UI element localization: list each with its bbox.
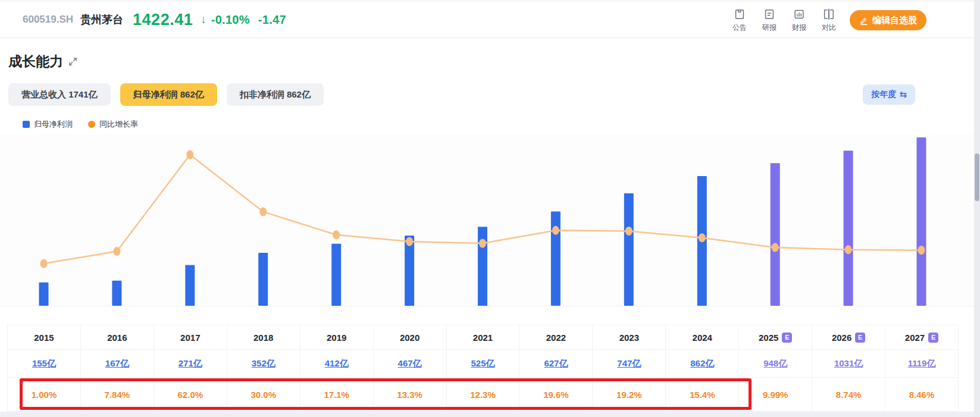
tab-metric-2[interactable]: 扣非净利润 862亿 xyxy=(227,83,324,106)
line-point-2021[interactable] xyxy=(479,239,486,248)
year-label: 2015 xyxy=(34,333,54,343)
profit-value-link[interactable]: 155亿 xyxy=(32,358,56,369)
line-point-2024[interactable] xyxy=(699,233,706,242)
year-label: 2018 xyxy=(253,333,273,343)
swap-arrows-icon: ⇆ xyxy=(899,89,907,100)
header-action-研报[interactable]: 研报 xyxy=(759,8,779,33)
profit-value-link[interactable]: 167亿 xyxy=(105,358,129,369)
bar-2017[interactable] xyxy=(185,265,195,306)
edit-watchlist-button[interactable]: 编辑自选股 xyxy=(850,10,926,30)
growth-cell-2017: 62.0% xyxy=(154,378,227,411)
value-cell-2016: 167亿 xyxy=(81,350,154,377)
expand-icon[interactable] xyxy=(68,57,77,66)
growth-percent: 19.2% xyxy=(616,390,642,400)
legend-square-swatch xyxy=(23,121,30,128)
growth-percent: 8.74% xyxy=(836,390,862,400)
growth-cell-2021: 12.3% xyxy=(447,378,520,411)
period-toggle-label: 按年度 xyxy=(871,89,896,100)
bar-2021[interactable] xyxy=(478,227,487,306)
profit-value-link[interactable]: 948亿 xyxy=(763,358,787,369)
scrollbar-thumb[interactable] xyxy=(975,153,979,201)
legend-label: 同比增长率 xyxy=(99,119,138,130)
edit-watchlist-label: 编辑自选股 xyxy=(872,15,917,26)
profit-value-link[interactable]: 862亿 xyxy=(690,358,714,369)
header-action-财报[interactable]: 财报 xyxy=(789,8,809,33)
line-point-2017[interactable] xyxy=(186,151,193,159)
bar-2027[interactable] xyxy=(917,137,926,306)
line-point-2026[interactable] xyxy=(845,245,852,254)
period-toggle-button[interactable]: 按年度 ⇆ xyxy=(863,84,915,105)
growth-cell-2018: 30.0% xyxy=(227,378,300,411)
stock-price: 1422.41 xyxy=(133,11,193,29)
header-action-公告[interactable]: 公告 xyxy=(729,8,750,33)
value-cell-2023: 747亿 xyxy=(593,350,666,377)
year-cell-2026: 2026E xyxy=(812,325,885,349)
growth-table: 2015201620172018201920202021202220232024… xyxy=(7,325,959,412)
header-action-label: 对比 xyxy=(822,23,836,33)
year-cell-2019: 2019 xyxy=(300,325,374,349)
price-down-arrow-icon: ↓ xyxy=(201,13,206,26)
bar-2023[interactable] xyxy=(624,193,634,306)
line-point-2025[interactable] xyxy=(772,243,779,252)
profit-value-link[interactable]: 627亿 xyxy=(544,358,568,369)
profit-value-link[interactable]: 525亿 xyxy=(471,358,494,369)
bar-2018[interactable] xyxy=(258,253,268,306)
table-row-growth: 1.00%7.84%62.0%30.0%17.1%13.3%12.3%19.6%… xyxy=(8,377,959,412)
profit-value-link[interactable]: 271亿 xyxy=(179,358,202,369)
bar-2019[interactable] xyxy=(331,244,341,306)
bar-2016[interactable] xyxy=(112,281,121,306)
growth-percent: 17.1% xyxy=(324,390,349,400)
value-cell-2015: 155亿 xyxy=(8,350,81,377)
growth-percent: 30.0% xyxy=(251,390,276,400)
header-action-对比[interactable]: 对比 xyxy=(819,8,839,33)
line-point-2022[interactable] xyxy=(552,226,559,235)
bar-2025[interactable] xyxy=(771,163,780,306)
bar-2022[interactable] xyxy=(551,211,561,306)
profit-value-link[interactable]: 1031亿 xyxy=(834,358,863,369)
year-label: 2020 xyxy=(400,333,419,343)
bar-2020[interactable] xyxy=(405,236,414,306)
year-cell-2025: 2025E xyxy=(739,325,812,349)
growth-percent: 13.3% xyxy=(397,390,422,400)
profit-value-link[interactable]: 352亿 xyxy=(252,358,275,369)
profit-value-link[interactable]: 467亿 xyxy=(398,358,422,369)
year-cell-2016: 2016 xyxy=(81,325,154,349)
profit-value-link[interactable]: 412亿 xyxy=(325,358,349,369)
line-point-2023[interactable] xyxy=(625,227,633,236)
tab-metric-1[interactable]: 归母净利润 862亿 xyxy=(120,83,217,106)
growth-percent: 7.84% xyxy=(105,390,130,400)
price-change-percent: -0.10% xyxy=(211,13,250,27)
line-point-2016[interactable] xyxy=(113,247,120,256)
legend-label: 归母净利润 xyxy=(34,119,73,130)
scrollbar-track[interactable] xyxy=(974,0,980,417)
line-point-2018[interactable] xyxy=(259,208,267,217)
growth-cell-2023: 19.2% xyxy=(593,378,666,411)
section-title: 成长能力 xyxy=(8,52,63,71)
line-point-2027[interactable] xyxy=(918,246,925,255)
growth-percent: 12.3% xyxy=(470,390,496,400)
bar-2026[interactable] xyxy=(844,151,853,306)
value-cell-2018: 352亿 xyxy=(227,350,300,377)
header-action-label: 财报 xyxy=(792,23,806,33)
estimate-badge: E xyxy=(782,333,792,343)
value-cell-2024: 862亿 xyxy=(666,350,739,377)
bar-2015[interactable] xyxy=(39,283,49,306)
value-cell-2022: 627亿 xyxy=(519,350,593,377)
line-point-2020[interactable] xyxy=(406,237,413,246)
legend-item-归母净利润[interactable]: 归母净利润 xyxy=(23,119,73,130)
line-point-2019[interactable] xyxy=(333,230,340,239)
profit-value-link[interactable]: 747亿 xyxy=(617,358,641,369)
stock-name: 贵州茅台 xyxy=(80,12,123,27)
year-cell-2021: 2021 xyxy=(447,325,520,349)
line-point-2015[interactable] xyxy=(40,259,48,268)
metric-tabs: 营业总收入 1741亿归母净利润 862亿扣非净利润 862亿 xyxy=(8,83,324,106)
compare-icon xyxy=(822,8,835,21)
tab-metric-0[interactable]: 营业总收入 1741亿 xyxy=(8,83,111,106)
growth-cell-2016: 7.84% xyxy=(81,378,154,411)
profit-value-link[interactable]: 1119亿 xyxy=(908,358,936,369)
header-action-group: 公告研报财报对比 xyxy=(729,8,839,33)
year-label: 2019 xyxy=(327,333,346,343)
legend-item-同比增长率[interactable]: 同比增长率 xyxy=(88,119,138,130)
growth-percent: 62.0% xyxy=(178,390,203,400)
value-cell-2027: 1119亿 xyxy=(885,350,959,377)
